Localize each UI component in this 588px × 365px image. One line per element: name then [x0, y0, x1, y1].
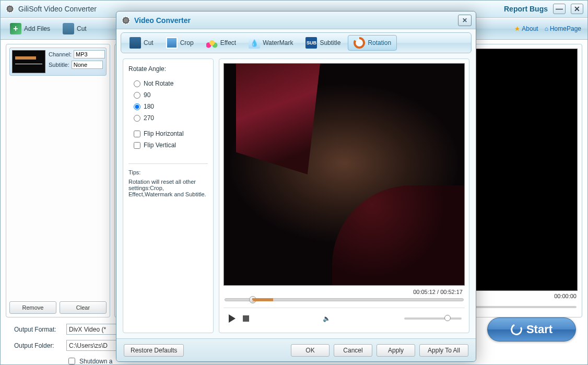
preview-controls: 🔈: [224, 308, 465, 328]
tab-crop[interactable]: Crop: [161, 35, 199, 51]
tab-watermark[interactable]: WaterMark: [243, 35, 298, 51]
tab-watermark-label: WaterMark: [263, 39, 293, 46]
cut-label: Cut: [77, 25, 87, 32]
restore-defaults-button[interactable]: Restore Defaults: [124, 344, 184, 357]
radio-180-label: 180: [144, 103, 154, 110]
ok-button[interactable]: OK: [291, 344, 330, 357]
dialog-title: Video Converter: [134, 16, 455, 25]
play-button[interactable]: [229, 314, 236, 323]
tab-subtitle[interactable]: SUBSubtitle: [300, 35, 346, 51]
start-button[interactable]: Start: [487, 317, 576, 342]
report-bugs-link[interactable]: Report Bugs: [504, 5, 548, 13]
tab-subtitle-label: Subtitle: [320, 39, 340, 46]
tips-title: Tips:: [128, 169, 208, 175]
volume-icon: 🔈: [323, 315, 331, 322]
rotate-angle-label: Rotate Angle:: [128, 65, 208, 73]
tab-effect[interactable]: Effect: [201, 35, 241, 51]
tab-rotation[interactable]: Rotation: [348, 35, 397, 51]
homepage-link[interactable]: ⌂HomePage: [545, 25, 581, 32]
output-folder-label: Output Folder:: [14, 342, 62, 349]
add-files-label: Add Files: [24, 25, 50, 32]
radio-270[interactable]: 270: [134, 114, 208, 122]
file-list-panel: Channel: Subtitle: Remove Clear: [6, 44, 110, 317]
minimize-button[interactable]: —: [553, 4, 566, 14]
radio-180[interactable]: 180: [134, 103, 208, 110]
subtitle-tab-icon: SUB: [305, 37, 317, 49]
tips-body: Rotation will reset all other settings:C…: [128, 179, 208, 197]
radio-270-label: 270: [144, 114, 154, 122]
output-folder-input[interactable]: [66, 340, 124, 351]
output-format-input[interactable]: [66, 324, 124, 335]
cut-icon: [63, 23, 74, 34]
channel-label: Channel:: [49, 51, 72, 57]
preview-pane: 00:05:12 / 00:52:17 🔈: [219, 58, 469, 333]
rotation-settings-pane: Rotate Angle: Not Rotate 90 180 270 Flip…: [123, 58, 214, 333]
tab-crop-label: Crop: [180, 39, 194, 46]
homepage-label: HomePage: [550, 25, 581, 32]
cancel-button[interactable]: Cancel: [334, 344, 372, 357]
seek-bar[interactable]: [224, 296, 465, 305]
radio-90[interactable]: 90: [134, 91, 208, 99]
radio-90-label: 90: [144, 91, 150, 99]
dialog-titlebar: Video Converter ✕: [116, 11, 476, 29]
apply-button[interactable]: Apply: [377, 344, 415, 357]
watermark-tab-icon: [249, 37, 260, 49]
file-thumbnail: [12, 50, 45, 73]
check-flip-horizontal[interactable]: Flip Horizontal: [134, 130, 208, 137]
dialog-body: Rotate Angle: Not Rotate 90 180 270 Flip…: [116, 53, 476, 338]
editor-tabs: Cut Crop Effect WaterMark SUBSubtitle Ro…: [121, 32, 472, 53]
time-sep: /: [436, 289, 440, 295]
add-files-icon: [10, 23, 21, 34]
clear-button[interactable]: Clear: [60, 301, 107, 314]
cut-tab-icon: [130, 37, 141, 49]
star-icon: ★: [514, 25, 520, 32]
shutdown-label: Shutdown a: [79, 358, 112, 365]
tab-cut-label: Cut: [144, 39, 154, 46]
effect-tab-icon: [206, 37, 218, 49]
tab-effect-label: Effect: [220, 39, 236, 46]
about-link[interactable]: ★About: [514, 25, 538, 32]
radio-not-rotate[interactable]: Not Rotate: [134, 80, 208, 87]
flip-v-label: Flip Vertical: [144, 142, 176, 149]
tips-box: Tips: Rotation will reset all other sett…: [128, 163, 208, 197]
cut-button[interactable]: Cut: [60, 21, 90, 36]
app-icon: [5, 4, 15, 14]
tab-rotation-label: Rotation: [368, 39, 391, 46]
file-item[interactable]: Channel: Subtitle:: [9, 48, 107, 76]
dialog-close-button[interactable]: ✕: [458, 15, 472, 26]
time-total: 00:52:17: [440, 289, 463, 295]
about-label: About: [522, 25, 538, 32]
output-format-label: Output Format:: [14, 326, 62, 333]
flip-h-label: Flip Horizontal: [144, 130, 184, 137]
radio-not-rotate-label: Not Rotate: [144, 80, 173, 87]
subtitle-label: Subtitle:: [49, 62, 69, 68]
dialog-volume-slider[interactable]: [404, 317, 462, 320]
rotation-tab-icon: [354, 37, 365, 49]
apply-to-all-button[interactable]: Apply To All: [419, 344, 468, 357]
channel-input[interactable]: [74, 50, 105, 58]
dialog-footer: Restore Defaults OK Cancel Apply Apply T…: [116, 338, 476, 361]
crop-tab-icon: [166, 37, 178, 49]
close-main-button[interactable]: ✕: [571, 4, 583, 14]
editor-dialog: Video Converter ✕ Cut Crop Effect WaterM…: [116, 11, 476, 362]
time-current: 00:05:12: [413, 289, 436, 295]
app-title: GiliSoft Video Converter: [18, 5, 97, 13]
start-label: Start: [526, 323, 552, 336]
stop-button[interactable]: [243, 315, 249, 322]
tab-cut[interactable]: Cut: [124, 35, 159, 51]
remove-button[interactable]: Remove: [9, 301, 56, 314]
shutdown-checkbox[interactable]: Shutdown a: [66, 356, 124, 365]
subtitle-input[interactable]: [72, 61, 103, 69]
preview-video: [224, 63, 465, 286]
refresh-icon: [509, 322, 524, 337]
dialog-icon: [121, 15, 131, 26]
check-flip-vertical[interactable]: Flip Vertical: [134, 142, 208, 149]
add-files-button[interactable]: Add Files: [7, 21, 53, 36]
home-icon: ⌂: [545, 25, 548, 32]
shutdown-check-input[interactable]: [68, 358, 75, 364]
preview-time: 00:05:12 / 00:52:17: [224, 286, 465, 296]
